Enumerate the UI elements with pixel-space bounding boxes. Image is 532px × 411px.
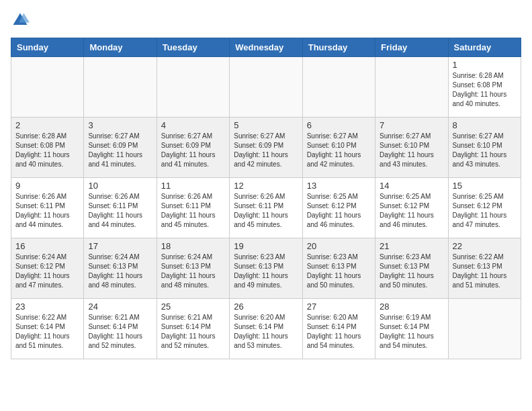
- calendar-cell: 9Sunrise: 6:26 AM Sunset: 6:11 PM Daylig…: [11, 178, 84, 238]
- day-info: Sunrise: 6:19 AM Sunset: 6:14 PM Dayligh…: [380, 313, 443, 351]
- day-info: Sunrise: 6:28 AM Sunset: 6:08 PM Dayligh…: [15, 132, 79, 169]
- day-number: 13: [307, 181, 371, 191]
- day-info: Sunrise: 6:27 AM Sunset: 6:10 PM Dayligh…: [307, 132, 371, 169]
- day-number: 2: [15, 120, 79, 130]
- calendar-cell: 21Sunrise: 6:23 AM Sunset: 6:13 PM Dayli…: [375, 238, 448, 299]
- calendar-cell: [11, 57, 84, 118]
- day-number: 25: [161, 302, 225, 312]
- calendar-week-row: 1Sunrise: 6:28 AM Sunset: 6:08 PM Daylig…: [11, 57, 521, 118]
- day-info: Sunrise: 6:23 AM Sunset: 6:13 PM Dayligh…: [307, 253, 371, 290]
- day-number: 17: [88, 241, 152, 251]
- calendar-cell: 18Sunrise: 6:24 AM Sunset: 6:13 PM Dayli…: [157, 238, 229, 299]
- day-info: Sunrise: 6:23 AM Sunset: 6:13 PM Dayligh…: [380, 253, 443, 290]
- calendar-cell: 27Sunrise: 6:20 AM Sunset: 6:14 PM Dayli…: [302, 299, 375, 359]
- calendar-cell: [448, 299, 521, 359]
- day-info: Sunrise: 6:27 AM Sunset: 6:10 PM Dayligh…: [380, 132, 443, 169]
- calendar-cell: [84, 57, 157, 118]
- day-info: Sunrise: 6:23 AM Sunset: 6:13 PM Dayligh…: [234, 253, 298, 290]
- day-number: 6: [307, 120, 371, 130]
- day-number: 27: [307, 302, 371, 312]
- day-info: Sunrise: 6:25 AM Sunset: 6:12 PM Dayligh…: [307, 192, 371, 230]
- day-number: 18: [161, 241, 225, 251]
- day-number: 5: [234, 120, 298, 130]
- day-info: Sunrise: 6:25 AM Sunset: 6:12 PM Dayligh…: [453, 192, 517, 230]
- day-number: 19: [234, 241, 298, 251]
- day-info: Sunrise: 6:28 AM Sunset: 6:08 PM Dayligh…: [453, 71, 517, 109]
- calendar-day-header: Saturday: [448, 38, 521, 57]
- calendar-cell: [375, 57, 448, 118]
- calendar-table: SundayMondayTuesdayWednesdayThursdayFrid…: [11, 38, 521, 359]
- day-number: 8: [453, 120, 517, 130]
- day-info: Sunrise: 6:27 AM Sunset: 6:09 PM Dayligh…: [88, 132, 152, 169]
- calendar-cell: 16Sunrise: 6:24 AM Sunset: 6:12 PM Dayli…: [11, 238, 84, 299]
- calendar-header-row: SundayMondayTuesdayWednesdayThursdayFrid…: [11, 38, 521, 57]
- calendar-week-row: 2Sunrise: 6:28 AM Sunset: 6:08 PM Daylig…: [11, 118, 521, 178]
- day-info: Sunrise: 6:26 AM Sunset: 6:11 PM Dayligh…: [88, 192, 152, 230]
- day-info: Sunrise: 6:20 AM Sunset: 6:14 PM Dayligh…: [234, 313, 298, 351]
- calendar-cell: 23Sunrise: 6:22 AM Sunset: 6:14 PM Dayli…: [11, 299, 84, 359]
- calendar-day-header: Monday: [84, 38, 157, 57]
- day-number: 1: [453, 60, 517, 70]
- calendar-cell: 8Sunrise: 6:27 AM Sunset: 6:10 PM Daylig…: [448, 118, 521, 178]
- calendar-cell: 24Sunrise: 6:21 AM Sunset: 6:14 PM Dayli…: [84, 299, 157, 359]
- day-number: 20: [307, 241, 371, 251]
- day-info: Sunrise: 6:24 AM Sunset: 6:12 PM Dayligh…: [15, 253, 79, 290]
- day-info: Sunrise: 6:27 AM Sunset: 6:09 PM Dayligh…: [161, 132, 225, 169]
- day-info: Sunrise: 6:25 AM Sunset: 6:12 PM Dayligh…: [380, 192, 443, 230]
- day-number: 15: [453, 181, 517, 191]
- calendar-cell: 2Sunrise: 6:28 AM Sunset: 6:08 PM Daylig…: [11, 118, 84, 178]
- calendar-cell: 10Sunrise: 6:26 AM Sunset: 6:11 PM Dayli…: [84, 178, 157, 238]
- calendar-day-header: Wednesday: [230, 38, 302, 57]
- day-info: Sunrise: 6:21 AM Sunset: 6:14 PM Dayligh…: [161, 313, 225, 351]
- day-number: 28: [380, 302, 443, 312]
- calendar-cell: [302, 57, 375, 118]
- calendar-cell: 4Sunrise: 6:27 AM Sunset: 6:09 PM Daylig…: [157, 118, 229, 178]
- day-number: 4: [161, 120, 225, 130]
- day-number: 14: [380, 181, 443, 191]
- day-info: Sunrise: 6:24 AM Sunset: 6:13 PM Dayligh…: [88, 253, 152, 290]
- calendar-cell: 5Sunrise: 6:27 AM Sunset: 6:09 PM Daylig…: [230, 118, 302, 178]
- day-info: Sunrise: 6:27 AM Sunset: 6:10 PM Dayligh…: [453, 132, 517, 169]
- calendar-cell: 1Sunrise: 6:28 AM Sunset: 6:08 PM Daylig…: [448, 57, 521, 118]
- calendar-day-header: Sunday: [11, 38, 84, 57]
- day-number: 22: [453, 241, 517, 251]
- day-info: Sunrise: 6:21 AM Sunset: 6:14 PM Dayligh…: [88, 313, 152, 351]
- day-info: Sunrise: 6:20 AM Sunset: 6:14 PM Dayligh…: [307, 313, 371, 351]
- calendar-cell: 17Sunrise: 6:24 AM Sunset: 6:13 PM Dayli…: [84, 238, 157, 299]
- day-info: Sunrise: 6:22 AM Sunset: 6:14 PM Dayligh…: [15, 313, 79, 351]
- calendar-cell: 6Sunrise: 6:27 AM Sunset: 6:10 PM Daylig…: [302, 118, 375, 178]
- calendar-cell: 3Sunrise: 6:27 AM Sunset: 6:09 PM Daylig…: [84, 118, 157, 178]
- calendar-day-header: Thursday: [302, 38, 375, 57]
- calendar-week-row: 9Sunrise: 6:26 AM Sunset: 6:11 PM Daylig…: [11, 178, 521, 238]
- day-number: 7: [380, 120, 443, 130]
- calendar-cell: 13Sunrise: 6:25 AM Sunset: 6:12 PM Dayli…: [302, 178, 375, 238]
- calendar-cell: [230, 57, 302, 118]
- day-info: Sunrise: 6:27 AM Sunset: 6:09 PM Dayligh…: [234, 132, 298, 169]
- day-info: Sunrise: 6:22 AM Sunset: 6:13 PM Dayligh…: [453, 253, 517, 290]
- calendar-cell: 25Sunrise: 6:21 AM Sunset: 6:14 PM Dayli…: [157, 299, 229, 359]
- day-number: 16: [15, 241, 79, 251]
- calendar-cell: 15Sunrise: 6:25 AM Sunset: 6:12 PM Dayli…: [448, 178, 521, 238]
- calendar-cell: 12Sunrise: 6:26 AM Sunset: 6:11 PM Dayli…: [230, 178, 302, 238]
- day-number: 12: [234, 181, 298, 191]
- calendar-cell: 22Sunrise: 6:22 AM Sunset: 6:13 PM Dayli…: [448, 238, 521, 299]
- calendar-cell: 11Sunrise: 6:26 AM Sunset: 6:11 PM Dayli…: [157, 178, 229, 238]
- day-number: 23: [15, 302, 79, 312]
- calendar-cell: 7Sunrise: 6:27 AM Sunset: 6:10 PM Daylig…: [375, 118, 448, 178]
- calendar-cell: 20Sunrise: 6:23 AM Sunset: 6:13 PM Dayli…: [302, 238, 375, 299]
- day-number: 26: [234, 302, 298, 312]
- day-info: Sunrise: 6:26 AM Sunset: 6:11 PM Dayligh…: [161, 192, 225, 230]
- page-header: [11, 11, 521, 30]
- calendar-cell: [157, 57, 229, 118]
- logo: [11, 11, 32, 30]
- day-info: Sunrise: 6:24 AM Sunset: 6:13 PM Dayligh…: [161, 253, 225, 290]
- day-info: Sunrise: 6:26 AM Sunset: 6:11 PM Dayligh…: [15, 192, 79, 230]
- day-number: 9: [15, 181, 79, 191]
- day-number: 21: [380, 241, 443, 251]
- calendar-cell: 28Sunrise: 6:19 AM Sunset: 6:14 PM Dayli…: [375, 299, 448, 359]
- calendar-cell: 26Sunrise: 6:20 AM Sunset: 6:14 PM Dayli…: [230, 299, 302, 359]
- calendar-day-header: Tuesday: [157, 38, 229, 57]
- calendar-day-header: Friday: [375, 38, 448, 57]
- calendar-cell: 19Sunrise: 6:23 AM Sunset: 6:13 PM Dayli…: [230, 238, 302, 299]
- day-number: 24: [88, 302, 152, 312]
